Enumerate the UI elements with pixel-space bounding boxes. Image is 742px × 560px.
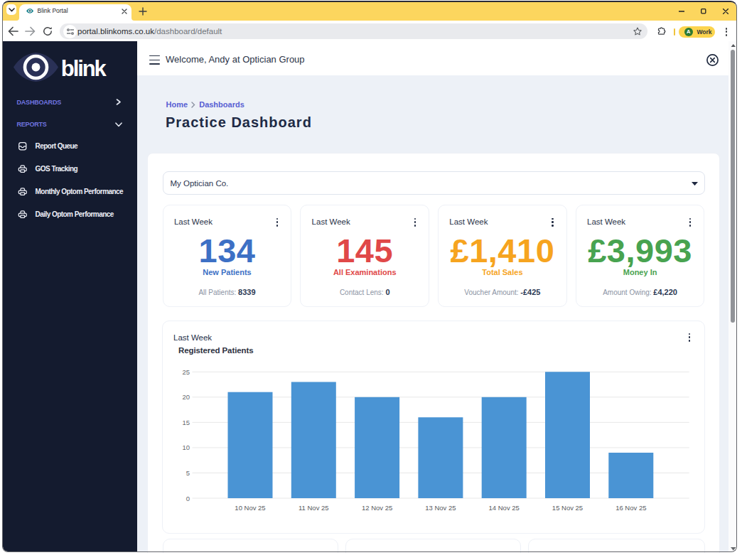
svg-text:25: 25 [182,368,190,376]
svg-text:0: 0 [186,495,190,502]
svg-text:13 Nov 25: 13 Nov 25 [425,504,456,512]
svg-text:5: 5 [186,469,190,477]
svg-text:15: 15 [182,419,190,426]
svg-text:14 Nov 25: 14 Nov 25 [489,504,520,512]
svg-text:11 Nov 25: 11 Nov 25 [299,504,329,512]
svg-text:16 Nov 25: 16 Nov 25 [615,504,646,512]
svg-text:15 Nov 25: 15 Nov 25 [552,504,583,512]
svg-text:10 Nov 25: 10 Nov 25 [235,504,265,512]
svg-text:12 Nov 25: 12 Nov 25 [362,504,392,512]
svg-text:20: 20 [182,393,190,401]
svg-text:10: 10 [182,443,190,451]
